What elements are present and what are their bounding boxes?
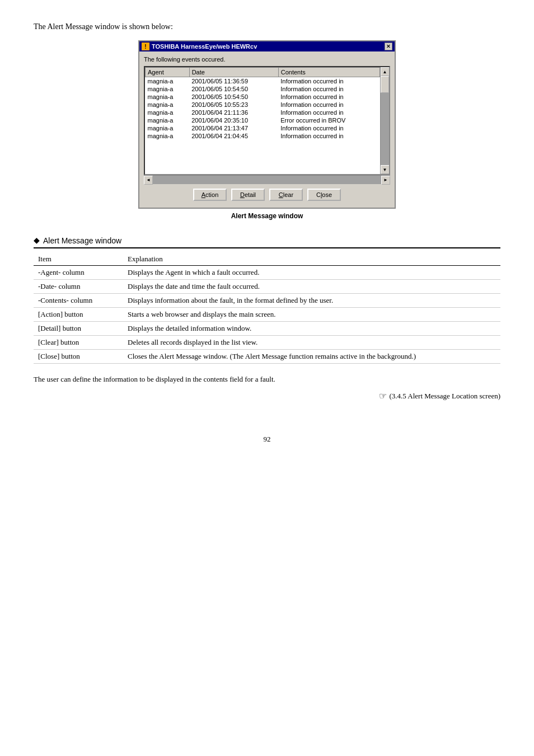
cell-contents: Information occurred in	[278, 77, 380, 86]
dialog-close-icon[interactable]: ✕	[385, 43, 392, 50]
section-header: ◆ Alert Message window	[34, 236, 500, 248]
info-item: -Agent- column	[34, 266, 123, 280]
info-explanation: Closes the Alert Message window. (The Al…	[123, 350, 500, 364]
info-explanation: Starts a web browser and displays the ma…	[123, 308, 500, 322]
scroll-right-arrow[interactable]: ►	[381, 176, 390, 185]
cell-agent: magnia-a	[146, 93, 190, 101]
cell-date: 2001/06/05 10:55:23	[189, 101, 278, 109]
info-explanation: Displays the date and time the fault occ…	[123, 280, 500, 294]
table-row: magnia-a2001/06/04 21:11:36Information o…	[146, 109, 380, 116]
cell-contents: Information occurred in	[278, 101, 380, 109]
cell-contents: Information occurred in	[278, 109, 380, 116]
info-table-row: [Close] buttonCloses the Alert Message w…	[34, 350, 500, 364]
info-table-row: -Date- columnDisplays the date and time …	[34, 280, 500, 294]
dialog-window: ! TOSHIBA HarnessEye/web HEWRcv ✕ The fo…	[138, 40, 396, 209]
hscroll-track	[153, 176, 381, 184]
dialog-title: TOSHIBA HarnessEye/web HEWRcv	[152, 43, 257, 50]
cell-agent: magnia-a	[146, 77, 190, 86]
info-explanation: Displays information about the fault, in…	[123, 294, 500, 308]
cell-agent: magnia-a	[146, 85, 190, 93]
info-col-explanation: Explanation	[123, 253, 500, 266]
cell-agent: magnia-a	[146, 124, 190, 132]
intro-text: The Alert Message window is shown below:	[34, 22, 500, 31]
info-table-row: [Action] buttonStarts a web browser and …	[34, 308, 500, 322]
cell-date: 2001/06/05 10:54:50	[189, 93, 278, 101]
info-table-row: -Agent- columnDisplays the Agent in whic…	[34, 266, 500, 280]
clear-label: Clear	[279, 191, 293, 198]
dialog-subtitle: The following events occured.	[144, 56, 390, 63]
info-col-item: Item	[34, 253, 123, 266]
info-table-row: [Clear] buttonDeletes all records displa…	[34, 336, 500, 350]
close-label: Close	[316, 191, 332, 198]
clear-button[interactable]: Clear	[269, 189, 303, 201]
horizontal-scrollbar[interactable]: ◄ ►	[144, 175, 390, 184]
action-label: Action	[202, 191, 219, 198]
cell-agent: magnia-a	[146, 132, 190, 140]
info-table-row: [Detail] buttonDisplays the detailed inf…	[34, 322, 500, 336]
cell-date: 2001/06/05 11:36:59	[189, 77, 278, 86]
cell-date: 2001/06/04 21:13:47	[189, 124, 278, 132]
events-table: Agent Date Contents magnia-a2001/06/05 1…	[145, 67, 380, 140]
dialog-app-icon: !	[142, 43, 149, 50]
info-explanation: Displays the detailed information window…	[123, 322, 500, 336]
table-row: magnia-a2001/06/04 20:35:10Error occurre…	[146, 116, 380, 124]
list-area: Agent Date Contents magnia-a2001/06/05 1…	[144, 66, 390, 175]
action-button[interactable]: Action	[193, 189, 227, 201]
page-number: 92	[34, 435, 500, 444]
table-row: magnia-a2001/06/05 10:54:50Information o…	[146, 85, 380, 93]
diamond-icon: ◆	[34, 236, 40, 245]
dialog-buttons: Action Detail Clear Close	[144, 184, 390, 203]
ref-text: (3.4.5 Alert Message Location screen)	[389, 392, 500, 401]
cell-contents: Information occurred in	[278, 85, 380, 93]
info-item: -Contents- column	[34, 294, 123, 308]
info-item: -Date- column	[34, 280, 123, 294]
scroll-track	[381, 76, 389, 165]
col-contents: Contents	[278, 68, 380, 77]
scroll-thumb[interactable]	[381, 76, 389, 93]
dialog-titlebar: ! TOSHIBA HarnessEye/web HEWRcv ✕	[139, 41, 395, 51]
cell-agent: magnia-a	[146, 101, 190, 109]
cell-agent: magnia-a	[146, 109, 190, 116]
close-button[interactable]: Close	[307, 189, 341, 201]
table-row: magnia-a2001/06/04 21:13:47Information o…	[146, 124, 380, 132]
cell-contents: Error occurred in BROV	[278, 116, 380, 124]
info-item: [Action] button	[34, 308, 123, 322]
cell-contents: Information occurred in	[278, 93, 380, 101]
titlebar-left: ! TOSHIBA HarnessEye/web HEWRcv	[142, 43, 257, 50]
dialog-body: The following events occured. Agent Date…	[139, 51, 395, 208]
scroll-left-arrow[interactable]: ◄	[144, 176, 153, 185]
cell-date: 2001/06/04 21:11:36	[189, 109, 278, 116]
info-item: [Detail] button	[34, 322, 123, 336]
col-agent: Agent	[146, 68, 190, 77]
detail-label: Detail	[240, 191, 256, 198]
section-title: Alert Message window	[43, 236, 121, 245]
info-explanation: Deletes all records displayed in the lis…	[123, 336, 500, 350]
info-item: [Close] button	[34, 350, 123, 364]
table-scroll-inner: Agent Date Contents magnia-a2001/06/05 1…	[145, 67, 380, 174]
bottom-text: The user can define the information to b…	[34, 375, 500, 384]
dialog-caption: Alert Message window	[231, 212, 303, 220]
table-row: magnia-a2001/06/04 21:04:45Information o…	[146, 132, 380, 140]
table-row: magnia-a2001/06/05 10:54:50Information o…	[146, 93, 380, 101]
dialog-container: ! TOSHIBA HarnessEye/web HEWRcv ✕ The fo…	[34, 40, 500, 231]
cell-contents: Information occurred in	[278, 132, 380, 140]
ref-icon: ☞	[379, 391, 387, 401]
vertical-scrollbar[interactable]: ▲ ▼	[380, 67, 389, 174]
cell-date: 2001/06/04 20:35:10	[189, 116, 278, 124]
table-row: magnia-a2001/06/05 10:55:23Information o…	[146, 101, 380, 109]
cell-contents: Information occurred in	[278, 124, 380, 132]
ref-link: ☞ (3.4.5 Alert Message Location screen)	[34, 391, 500, 401]
cell-date: 2001/06/04 21:04:45	[189, 132, 278, 140]
scroll-up-arrow[interactable]: ▲	[381, 67, 390, 76]
info-table-row: -Contents- columnDisplays information ab…	[34, 294, 500, 308]
scroll-down-arrow[interactable]: ▼	[381, 165, 390, 174]
info-explanation: Displays the Agent in which a fault occu…	[123, 266, 500, 280]
cell-date: 2001/06/05 10:54:50	[189, 85, 278, 93]
col-date: Date	[189, 68, 278, 77]
info-item: [Clear] button	[34, 336, 123, 350]
table-row: magnia-a2001/06/05 11:36:59Information o…	[146, 77, 380, 86]
detail-button[interactable]: Detail	[231, 189, 265, 201]
info-table: Item Explanation -Agent- columnDisplays …	[34, 253, 500, 364]
cell-agent: magnia-a	[146, 116, 190, 124]
